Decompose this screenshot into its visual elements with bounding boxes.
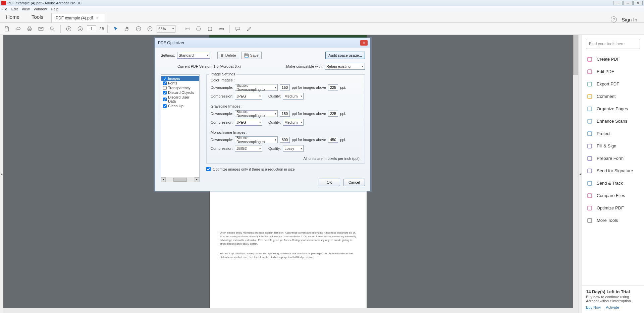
- tools-tab[interactable]: Tools: [25, 12, 49, 22]
- tool-item-prepare-form[interactable]: Prepare Form: [582, 152, 644, 165]
- svg-rect-15: [588, 95, 592, 99]
- page-number-input[interactable]: [87, 25, 96, 32]
- measure-icon[interactable]: [217, 24, 226, 34]
- fit-page-icon[interactable]: [194, 24, 203, 34]
- menu-edit[interactable]: Edit: [11, 7, 18, 11]
- settings-select[interactable]: Standard: [177, 52, 210, 59]
- dialog-close-button[interactable]: ✕: [360, 40, 368, 46]
- svg-rect-17: [588, 119, 592, 123]
- category-transparency[interactable]: Transparency: [161, 85, 199, 90]
- category-checkbox[interactable]: [163, 77, 167, 80]
- image-group-1: Grayscale Images :Downsample:Bicubic Dow…: [211, 104, 361, 126]
- ppi-above-input[interactable]: [328, 84, 338, 90]
- quality-select[interactable]: Lossy: [283, 145, 304, 152]
- optimize-only-if-smaller-checkbox[interactable]: [206, 167, 211, 171]
- tool-item-edit-pdf[interactable]: Edit PDF: [582, 65, 644, 78]
- help-icon[interactable]: ?: [611, 16, 617, 22]
- tool-label: Fill & Sign: [597, 143, 616, 148]
- search-icon[interactable]: [48, 24, 57, 34]
- minimize-button[interactable]: —: [613, 1, 623, 5]
- home-tab[interactable]: Home: [0, 12, 25, 22]
- trial-title: 14 Day(s) Left in Trial: [586, 289, 640, 294]
- downsample-select[interactable]: Bicubic Downsampling to: [235, 110, 278, 117]
- ppi-above-input[interactable]: [328, 111, 338, 117]
- category-checkbox[interactable]: [163, 98, 167, 101]
- dialog-titlebar[interactable]: PDF Optimizer ✕: [155, 38, 370, 48]
- hand-tool-icon[interactable]: [122, 24, 132, 34]
- close-window-button[interactable]: ✕: [633, 1, 643, 5]
- tool-item-export-pdf[interactable]: Export PDF: [582, 78, 644, 90]
- tool-item-send-for-signature[interactable]: Send for Signature: [582, 165, 644, 177]
- page-down-icon[interactable]: [75, 24, 85, 34]
- category-checkbox[interactable]: [163, 104, 167, 108]
- audit-space-button[interactable]: Audit space usage...: [325, 52, 365, 59]
- print-icon[interactable]: [25, 24, 34, 34]
- menu-help[interactable]: Help: [51, 7, 58, 11]
- tool-item-protect[interactable]: Protect: [582, 127, 644, 140]
- category-discard-user-data[interactable]: Discard User Data: [161, 95, 199, 104]
- save-icon[interactable]: [2, 24, 11, 34]
- document-tab[interactable]: PDF example (4).pdf ×: [51, 13, 105, 22]
- ppi-above-input[interactable]: [328, 137, 338, 143]
- doc-vscrollbar[interactable]: [573, 35, 578, 313]
- category-clean-up[interactable]: Clean Up: [161, 104, 199, 108]
- quality-select[interactable]: Medium: [283, 119, 304, 126]
- menu-view[interactable]: View: [22, 7, 30, 11]
- page-total: / 5: [100, 26, 104, 31]
- compression-select[interactable]: JBIG2: [235, 145, 262, 152]
- tool-item-create-pdf[interactable]: Create PDF: [582, 53, 644, 65]
- select-tool-icon[interactable]: [111, 24, 120, 34]
- tool-item-comment[interactable]: Comment: [582, 90, 644, 103]
- doc-hscrollbar[interactable]: [3, 308, 573, 313]
- ppi-input[interactable]: [280, 137, 290, 143]
- save-preset-button[interactable]: 💾Save: [241, 52, 262, 59]
- category-hscroll[interactable]: ◂▸: [161, 177, 199, 182]
- quality-select[interactable]: Medium: [283, 93, 304, 100]
- tool-item-optimize-pdf[interactable]: Optimize PDF: [582, 202, 644, 214]
- left-panel-toggle[interactable]: ▶: [0, 35, 3, 313]
- category-images[interactable]: Images: [161, 76, 199, 81]
- zoom-out-icon[interactable]: [134, 24, 143, 34]
- zoom-select[interactable]: 63%▾: [157, 25, 175, 33]
- fit-width-icon[interactable]: [182, 24, 192, 34]
- category-discard-objects[interactable]: Discard Objects: [161, 90, 199, 95]
- highlight-icon[interactable]: [245, 24, 254, 34]
- fullscreen-icon[interactable]: [205, 24, 215, 34]
- ppi-input[interactable]: [280, 111, 290, 117]
- tool-item-send-track[interactable]: Send & Track: [582, 177, 644, 189]
- maximize-button[interactable]: ▭: [623, 1, 633, 5]
- category-checkbox[interactable]: [163, 81, 167, 85]
- close-tab-icon[interactable]: ×: [96, 16, 99, 20]
- tool-item-compare-files[interactable]: Compare Files: [582, 189, 644, 202]
- tabbar: Home Tools PDF example (4).pdf × ? Sign …: [0, 12, 644, 23]
- downsample-select[interactable]: Bicubic Downsampling to: [235, 136, 278, 143]
- tool-item-organize-pages[interactable]: Organize Pages: [582, 103, 644, 115]
- tool-item-more-tools[interactable]: More Tools: [582, 214, 644, 227]
- category-checkbox[interactable]: [163, 91, 167, 95]
- compression-select[interactable]: JPEG: [235, 119, 262, 126]
- compression-select[interactable]: JPEG: [235, 93, 262, 100]
- category-checkbox[interactable]: [163, 86, 167, 90]
- signin-link[interactable]: Sign In: [622, 17, 637, 22]
- ppi-input[interactable]: [280, 84, 290, 90]
- activate-link[interactable]: Activate: [606, 305, 619, 309]
- category-fonts[interactable]: Fonts: [161, 81, 199, 85]
- downsample-select[interactable]: Bicubic Downsampling to: [235, 84, 278, 91]
- mail-icon[interactable]: [36, 24, 46, 34]
- compat-select[interactable]: Retain existing: [325, 63, 365, 70]
- svg-rect-13: [588, 70, 592, 74]
- menu-window[interactable]: Window: [34, 7, 47, 11]
- menu-file[interactable]: File: [1, 7, 7, 11]
- cancel-button[interactable]: Cancel: [343, 179, 365, 186]
- cloud-icon[interactable]: [13, 24, 23, 34]
- tools-search-input[interactable]: Find your tools here: [586, 39, 640, 49]
- tool-item-fill-sign[interactable]: Fill & Sign: [582, 140, 644, 152]
- comment-icon[interactable]: [233, 24, 243, 34]
- right-panel-toggle[interactable]: ◀: [578, 35, 582, 313]
- ok-button[interactable]: OK: [319, 179, 340, 186]
- buy-now-link[interactable]: Buy Now: [586, 305, 601, 309]
- delete-preset-button[interactable]: 🗑Delete: [217, 52, 239, 59]
- page-up-icon[interactable]: [64, 24, 73, 34]
- tool-item-enhance-scans[interactable]: Enhance Scans: [582, 115, 644, 127]
- zoom-in-icon[interactable]: [145, 24, 155, 34]
